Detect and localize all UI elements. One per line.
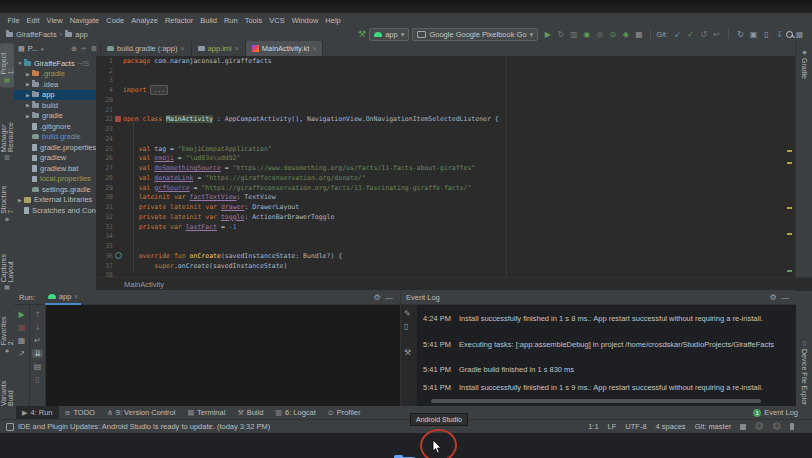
code-line[interactable]: 25 val tag = "EmojiCompatApplication" (96, 144, 795, 154)
tree-item-build-gradle[interactable]: build.gradle (14, 132, 96, 143)
tab-mainactivity-kt[interactable]: MainActivity.kt × (246, 41, 323, 56)
event-log-entry[interactable]: 5:41 PM Gradle build finished in 1 s 830… (417, 365, 796, 374)
stripe-favorites[interactable]: ★2: Favorites (0, 308, 14, 358)
menu-vcs[interactable]: VCS (266, 16, 288, 25)
menu-analyze[interactable]: Analyze (128, 16, 162, 25)
code-line[interactable]: 2 (96, 66, 795, 76)
restore-layout-icon[interactable]: ▦ (18, 336, 26, 345)
vcs-commit-icon[interactable]: ✓ (684, 30, 697, 39)
toolwindow-version-control[interactable]: ⋔9: Version Control (101, 406, 182, 419)
event-log-entry[interactable]: 5:41 PM Executing tasks: [:app:assembleD… (417, 340, 796, 349)
tree-item-local-properties[interactable]: local.properties (14, 174, 96, 185)
code-line[interactable]: 26 val emoji = "\ud83e\udd92" (96, 154, 795, 164)
expand-arrow-icon[interactable]: ▶ (24, 81, 32, 87)
warning-stripe-mark[interactable] (787, 150, 792, 152)
tree-item-build[interactable]: ▶ build (14, 100, 96, 111)
stripe-structure[interactable]: ◈7: Structure (0, 177, 14, 227)
stripe-device-file-explorer[interactable]: ▯Device File Explorer (801, 336, 808, 415)
vcs-history-icon[interactable]: ↺ (697, 30, 710, 39)
run-config-dropdown[interactable]: app ▾ (369, 28, 409, 41)
device-manager-icon[interactable]: ▯ (760, 30, 773, 39)
code-line[interactable]: 36 override fun onCreate(savedInstanceSt… (96, 251, 795, 261)
caret-position[interactable]: 1:1 (588, 422, 598, 431)
collapse-all-icon[interactable]: ÷ (81, 45, 87, 53)
menu-tools[interactable]: Tools (241, 16, 266, 25)
event-log-entries[interactable]: 4:24 PM Install successfully finished in… (417, 305, 796, 406)
tree-item--idea[interactable]: ▶ .idea (14, 79, 96, 90)
build-hammer-icon[interactable]: ⚒ (358, 29, 366, 39)
toolwindow-run[interactable]: ▶4: Run (16, 406, 59, 419)
event-log-gear-icon[interactable]: ⚙ (767, 293, 779, 302)
code-line[interactable]: 23 (96, 124, 795, 134)
expand-arrow-icon[interactable]: ▶ (24, 102, 32, 108)
code-line[interactable]: 24 (96, 134, 795, 144)
code-line[interactable]: 33 private var lastFact = -1 (96, 222, 795, 232)
menu-build[interactable]: Build (197, 16, 221, 25)
code-line[interactable]: 4 import ... (96, 85, 795, 95)
warning-stripe-mark[interactable] (787, 207, 792, 209)
indent-setting[interactable]: 4 spaces (656, 422, 686, 431)
code-line[interactable]: 20 (96, 95, 795, 105)
event-log-entry[interactable]: 5:41 PM Install successfully finished in… (417, 383, 796, 392)
code-line[interactable]: 32 private lateinit var toggle: ActionBa… (96, 212, 795, 222)
expand-arrow-icon[interactable]: ▶ (24, 71, 32, 77)
expand-arrow-icon[interactable]: ▶ (24, 92, 32, 98)
tree-item-external-libraries[interactable]: ▶ External Libraries (14, 195, 96, 206)
run-settings-gear-icon[interactable]: ⚙ (371, 293, 383, 302)
stripe-resource-manager[interactable]: ▥Resource Manager (0, 93, 14, 165)
stripe-layout-captures[interactable]: ▦Layout Captures (0, 231, 14, 295)
gradle-sync-icon[interactable]: ↻ (734, 30, 747, 39)
encoding[interactable]: UTF-8 (625, 422, 646, 431)
toolwindow-todo[interactable]: ≡TODO (59, 406, 101, 419)
toolwindow-logcat[interactable]: ▥6: Logcat (269, 406, 321, 419)
editor-breadcrumb[interactable]: MainActivity (96, 277, 812, 291)
tree-item-scratches-and-consoles[interactable]: Scratches and Consoles (14, 205, 96, 216)
minimize-icon[interactable]: — (383, 293, 395, 302)
warning-stripe-mark[interactable] (787, 233, 792, 235)
pin-icon[interactable]: ↗ (18, 349, 25, 358)
code-line[interactable]: 31 private lateinit var drawer: DrawerLa… (96, 202, 795, 212)
apply-changes-icon[interactable]: ↻ (554, 30, 567, 39)
tree-item-giraffefacts[interactable]: ▼ GiraffeFacts ~/S (14, 58, 96, 69)
code-line[interactable]: 30 lateinit var factTextView: TextView (96, 193, 795, 203)
run-console[interactable] (46, 305, 400, 406)
feedback-smiley-icon[interactable]: ☺ (773, 422, 781, 431)
event-log-entry[interactable]: 4:24 PM Install successfully finished in… (417, 314, 796, 323)
code-line[interactable]: 3 (96, 76, 795, 86)
stripe-project[interactable]: ▤1: Project (0, 44, 14, 88)
breadcrumb-project[interactable]: GiraffeFacts (16, 30, 57, 39)
attach-debugger-icon[interactable]: ◎ (593, 30, 606, 39)
vcs-update-icon[interactable]: ↙ (671, 30, 684, 39)
class-marker-icon[interactable] (115, 116, 121, 122)
edit-log-icon[interactable]: ✎ (404, 309, 411, 318)
code-line[interactable]: 37 super.onCreate(savedInstanceState) (96, 261, 795, 271)
tree-item-gradlew[interactable]: gradlew (14, 153, 96, 164)
wrench-icon[interactable]: ⚒ (404, 348, 411, 357)
run-tab-app[interactable]: app × (45, 289, 82, 305)
toolwindow-build[interactable]: ⚒Build (231, 406, 269, 419)
scroll-to-end-icon[interactable]: ⇊ (32, 349, 43, 358)
stop-icon[interactable]: ■ (632, 30, 645, 39)
tree-item--gradle[interactable]: ▶ .gradle (14, 69, 96, 80)
panel-settings-icon[interactable]: ⚙ (91, 45, 97, 53)
menu-window[interactable]: Window (288, 16, 322, 25)
device-dropdown[interactable]: Google Google Pixelbook Go ▾ (412, 28, 538, 41)
event-log-button[interactable]: 1 Event Log (753, 408, 812, 417)
debug-icon[interactable]: ◉ (580, 30, 593, 39)
line-ending[interactable]: LF (608, 422, 617, 431)
override-marker-icon[interactable] (115, 252, 122, 259)
close-icon[interactable]: × (235, 45, 239, 52)
menu-code[interactable]: Code (103, 16, 128, 25)
up-stack-icon[interactable]: ↑ (34, 310, 41, 319)
git-branch[interactable]: Git: master (695, 422, 732, 431)
record-icon[interactable]: ◈ (619, 30, 632, 39)
warning-stripe-mark[interactable] (787, 162, 792, 164)
lock-icon[interactable] (740, 424, 746, 430)
tree-item-gradlew-bat[interactable]: gradlew.bat (14, 163, 96, 174)
menu-help[interactable]: Help (322, 16, 344, 25)
soft-wrap-icon[interactable]: ↵ (34, 336, 41, 345)
toolwindow-terminal[interactable]: ▤Terminal (181, 406, 231, 419)
profile-icon[interactable]: ⊙ (606, 30, 619, 39)
stop-icon[interactable]: ■ (18, 323, 26, 332)
vcs-rollback-icon[interactable]: ↩ (710, 30, 723, 39)
